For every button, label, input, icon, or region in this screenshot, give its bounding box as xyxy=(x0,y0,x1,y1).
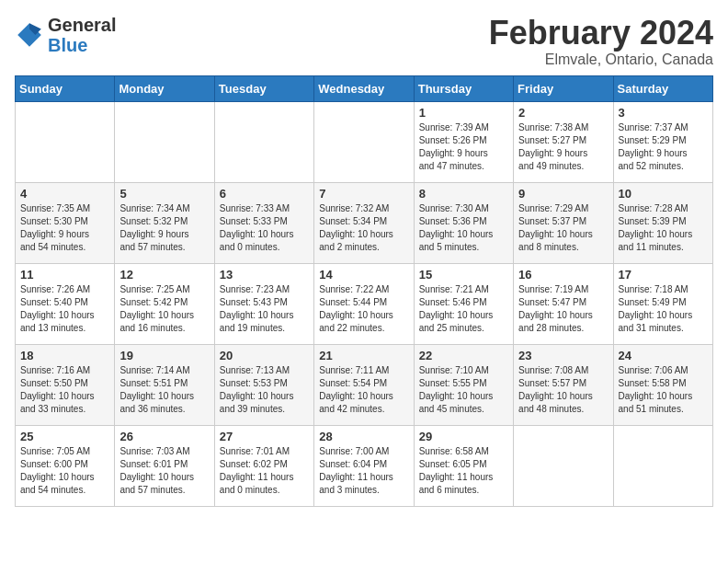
calendar-table: Sunday Monday Tuesday Wednesday Thursday… xyxy=(15,75,713,507)
day-number: 16 xyxy=(518,268,608,282)
day-info: Sunrise: 7:38 AM Sunset: 5:27 PM Dayligh… xyxy=(518,121,608,173)
cell-w4-d2: 19Sunrise: 7:14 AM Sunset: 5:51 PM Dayli… xyxy=(115,344,214,425)
day-number: 18 xyxy=(20,349,109,362)
cell-w5-d3: 27Sunrise: 7:01 AM Sunset: 6:02 PM Dayli… xyxy=(214,425,313,506)
day-number: 27 xyxy=(220,430,309,443)
day-number: 12 xyxy=(119,268,209,282)
day-number: 25 xyxy=(20,430,109,443)
day-info: Sunrise: 7:23 AM Sunset: 5:43 PM Dayligh… xyxy=(220,283,309,335)
week-row-3: 11Sunrise: 7:26 AM Sunset: 5:40 PM Dayli… xyxy=(16,263,713,344)
logo-icon xyxy=(15,20,44,50)
day-number: 14 xyxy=(319,268,408,282)
header-row: Sunday Monday Tuesday Wednesday Thursday… xyxy=(16,75,713,101)
week-row-2: 4Sunrise: 7:35 AM Sunset: 5:30 PM Daylig… xyxy=(16,182,713,263)
logo-text: GeneralBlue xyxy=(48,15,116,55)
cell-w3-d7: 17Sunrise: 7:18 AM Sunset: 5:49 PM Dayli… xyxy=(613,263,712,344)
day-number: 8 xyxy=(419,187,508,201)
day-number: 5 xyxy=(119,187,209,201)
day-number: 22 xyxy=(419,349,508,362)
cell-w1-d3 xyxy=(214,101,313,182)
day-info: Sunrise: 7:30 AM Sunset: 5:36 PM Dayligh… xyxy=(419,202,508,254)
cell-w5-d4: 28Sunrise: 7:00 AM Sunset: 6:04 PM Dayli… xyxy=(314,425,414,506)
header-wednesday: Wednesday xyxy=(314,75,414,101)
cell-w5-d6 xyxy=(514,425,613,506)
day-info: Sunrise: 7:29 AM Sunset: 5:37 PM Dayligh… xyxy=(518,202,608,254)
cell-w5-d5: 29Sunrise: 6:58 AM Sunset: 6:05 PM Dayli… xyxy=(414,425,513,506)
day-info: Sunrise: 7:11 AM Sunset: 5:54 PM Dayligh… xyxy=(319,364,408,416)
header-sunday: Sunday xyxy=(16,75,115,101)
day-number: 23 xyxy=(518,349,608,362)
cell-w4-d7: 24Sunrise: 7:06 AM Sunset: 5:58 PM Dayli… xyxy=(613,344,712,425)
cell-w4-d1: 18Sunrise: 7:16 AM Sunset: 5:50 PM Dayli… xyxy=(16,344,115,425)
cell-w2-d6: 9Sunrise: 7:29 AM Sunset: 5:37 PM Daylig… xyxy=(514,182,613,263)
cell-w1-d7: 3Sunrise: 7:37 AM Sunset: 5:29 PM Daylig… xyxy=(613,101,712,182)
week-row-1: 1Sunrise: 7:39 AM Sunset: 5:26 PM Daylig… xyxy=(16,101,713,182)
day-number: 20 xyxy=(220,349,309,362)
cell-w1-d6: 2Sunrise: 7:38 AM Sunset: 5:27 PM Daylig… xyxy=(514,101,613,182)
day-number: 28 xyxy=(319,430,408,443)
day-number: 21 xyxy=(319,349,408,362)
day-number: 15 xyxy=(419,268,508,282)
day-info: Sunrise: 7:00 AM Sunset: 6:04 PM Dayligh… xyxy=(319,445,408,497)
day-info: Sunrise: 7:35 AM Sunset: 5:30 PM Dayligh… xyxy=(20,202,109,254)
cell-w5-d1: 25Sunrise: 7:05 AM Sunset: 6:00 PM Dayli… xyxy=(16,425,115,506)
header-saturday: Saturday xyxy=(613,75,712,101)
day-info: Sunrise: 6:58 AM Sunset: 6:05 PM Dayligh… xyxy=(419,445,508,497)
day-number: 29 xyxy=(419,430,508,443)
day-number: 4 xyxy=(20,187,109,201)
title-section: February 2024 Elmvale, Ontario, Canada xyxy=(489,15,713,68)
cell-w3-d5: 15Sunrise: 7:21 AM Sunset: 5:46 PM Dayli… xyxy=(414,263,513,344)
week-row-4: 18Sunrise: 7:16 AM Sunset: 5:50 PM Dayli… xyxy=(16,344,713,425)
cell-w3-d4: 14Sunrise: 7:22 AM Sunset: 5:44 PM Dayli… xyxy=(314,263,414,344)
day-number: 13 xyxy=(220,268,309,282)
day-info: Sunrise: 7:34 AM Sunset: 5:32 PM Dayligh… xyxy=(119,202,209,254)
cell-w5-d7 xyxy=(613,425,712,506)
day-info: Sunrise: 7:08 AM Sunset: 5:57 PM Dayligh… xyxy=(518,364,608,416)
day-number: 26 xyxy=(119,430,209,443)
day-info: Sunrise: 7:32 AM Sunset: 5:34 PM Dayligh… xyxy=(319,202,408,254)
day-info: Sunrise: 7:25 AM Sunset: 5:42 PM Dayligh… xyxy=(119,283,209,335)
day-number: 7 xyxy=(319,187,408,201)
cell-w1-d4 xyxy=(314,101,414,182)
cell-w3-d2: 12Sunrise: 7:25 AM Sunset: 5:42 PM Dayli… xyxy=(115,263,214,344)
calendar-title: February 2024 xyxy=(489,15,713,52)
cell-w1-d5: 1Sunrise: 7:39 AM Sunset: 5:26 PM Daylig… xyxy=(414,101,513,182)
day-info: Sunrise: 7:33 AM Sunset: 5:33 PM Dayligh… xyxy=(220,202,309,254)
cell-w4-d6: 23Sunrise: 7:08 AM Sunset: 5:57 PM Dayli… xyxy=(514,344,613,425)
day-number: 6 xyxy=(220,187,309,201)
day-info: Sunrise: 7:06 AM Sunset: 5:58 PM Dayligh… xyxy=(619,364,708,416)
week-row-5: 25Sunrise: 7:05 AM Sunset: 6:00 PM Dayli… xyxy=(16,425,713,506)
header-thursday: Thursday xyxy=(414,75,513,101)
day-number: 17 xyxy=(619,268,708,282)
day-info: Sunrise: 7:05 AM Sunset: 6:00 PM Dayligh… xyxy=(20,445,109,497)
cell-w4-d5: 22Sunrise: 7:10 AM Sunset: 5:55 PM Dayli… xyxy=(414,344,513,425)
cell-w3-d3: 13Sunrise: 7:23 AM Sunset: 5:43 PM Dayli… xyxy=(214,263,313,344)
header-friday: Friday xyxy=(514,75,613,101)
day-info: Sunrise: 7:13 AM Sunset: 5:53 PM Dayligh… xyxy=(220,364,309,416)
day-number: 3 xyxy=(619,106,708,120)
day-number: 11 xyxy=(20,268,109,282)
cell-w5-d2: 26Sunrise: 7:03 AM Sunset: 6:01 PM Dayli… xyxy=(115,425,214,506)
day-number: 24 xyxy=(619,349,708,362)
cell-w4-d3: 20Sunrise: 7:13 AM Sunset: 5:53 PM Dayli… xyxy=(214,344,313,425)
cell-w2-d4: 7Sunrise: 7:32 AM Sunset: 5:34 PM Daylig… xyxy=(314,182,414,263)
calendar-subtitle: Elmvale, Ontario, Canada xyxy=(489,52,713,68)
day-info: Sunrise: 7:22 AM Sunset: 5:44 PM Dayligh… xyxy=(319,283,408,335)
day-info: Sunrise: 7:26 AM Sunset: 5:40 PM Dayligh… xyxy=(20,283,109,335)
day-number: 10 xyxy=(619,187,708,201)
day-info: Sunrise: 7:10 AM Sunset: 5:55 PM Dayligh… xyxy=(419,364,508,416)
cell-w2-d3: 6Sunrise: 7:33 AM Sunset: 5:33 PM Daylig… xyxy=(214,182,313,263)
day-info: Sunrise: 7:37 AM Sunset: 5:29 PM Dayligh… xyxy=(619,121,708,173)
day-info: Sunrise: 7:14 AM Sunset: 5:51 PM Dayligh… xyxy=(119,364,209,416)
header-tuesday: Tuesday xyxy=(214,75,313,101)
day-info: Sunrise: 7:21 AM Sunset: 5:46 PM Dayligh… xyxy=(419,283,508,335)
day-info: Sunrise: 7:16 AM Sunset: 5:50 PM Dayligh… xyxy=(20,364,109,416)
day-info: Sunrise: 7:01 AM Sunset: 6:02 PM Dayligh… xyxy=(220,445,309,497)
day-info: Sunrise: 7:18 AM Sunset: 5:49 PM Dayligh… xyxy=(619,283,708,335)
day-number: 19 xyxy=(119,349,209,362)
day-number: 2 xyxy=(518,106,608,120)
cell-w2-d1: 4Sunrise: 7:35 AM Sunset: 5:30 PM Daylig… xyxy=(16,182,115,263)
logo: GeneralBlue xyxy=(15,15,116,55)
day-number: 1 xyxy=(419,106,508,120)
day-info: Sunrise: 7:28 AM Sunset: 5:39 PM Dayligh… xyxy=(619,202,708,254)
